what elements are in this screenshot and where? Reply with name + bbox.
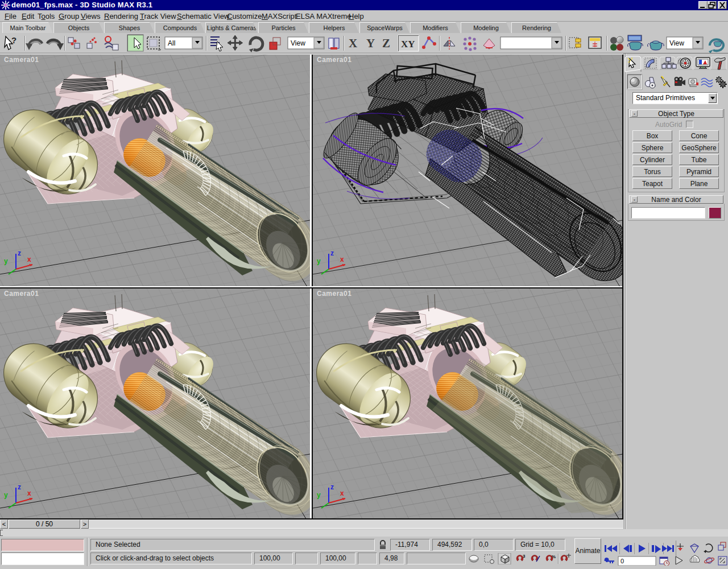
svg-text:Z: Z	[382, 36, 390, 50]
svg-text:XY: XY	[401, 39, 415, 50]
svg-text:All: All	[168, 39, 175, 47]
svg-text:View: View	[291, 39, 305, 47]
svg-text:Y: Y	[366, 36, 375, 50]
svg-text:View: View	[669, 39, 684, 47]
svg-text:%: %	[552, 554, 556, 559]
svg-text:0: 0	[621, 558, 624, 564]
svg-text:X: X	[349, 36, 357, 50]
svg-text:?: ?	[11, 35, 16, 45]
svg-text:3: 3	[523, 554, 526, 559]
